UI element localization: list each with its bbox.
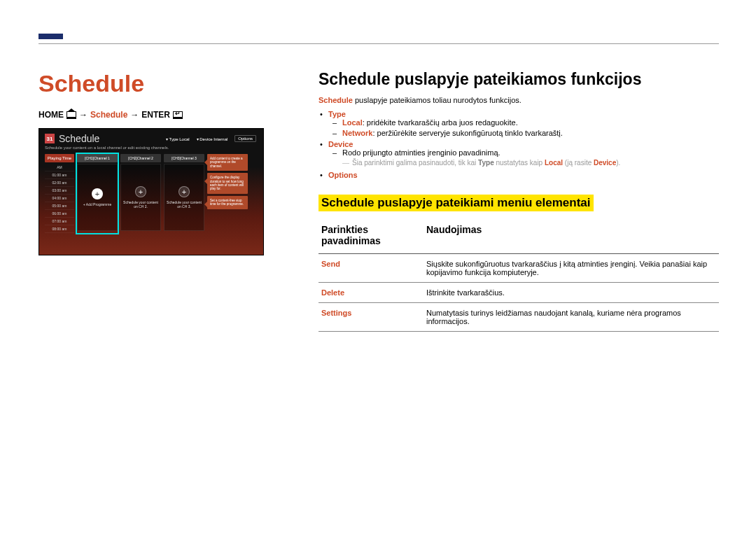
time-row: 03:00 am [45,187,74,195]
local-desc: : pridėkite tvarkaraščių arba juos redag… [363,118,518,127]
type-dropdown[interactable]: ▾ Type Local [166,136,190,141]
channel-card: + + Add Programme [77,164,118,231]
schedule-app-screenshot: 31 Schedule ▾ Type Local ▾ Device Intern… [38,128,264,255]
device-label: Device [328,140,353,148]
time-column: Playing Time AM 01:00 am 02:00 am 03:00 … [45,154,74,233]
network-desc: : peržiūrėkite serveryje sukonfigūruotą … [372,129,562,137]
time-row: AM [45,164,74,171]
channel-label: + Add Programme [82,202,113,206]
device-note: Šia parinktimi galima pasinaudoti, tik k… [328,159,719,167]
options-table: Parinkties pavadinimas Naudojimas Send S… [318,220,719,332]
network-key: Network [342,129,372,137]
options-button[interactable]: Options [234,135,256,142]
list-item: Network: peržiūrėkite serveryje sukonfig… [342,129,719,137]
app-title: Schedule [59,133,99,144]
plus-icon[interactable]: + [135,186,146,197]
channel-label: Schedule your content on CH 2. [121,200,160,209]
intro-text: Schedule puslapyje pateikiamos toliau nu… [318,96,719,104]
table-row: Send Siųskite sukonfigūruotus tvarkarašč… [318,254,719,283]
channel-1[interactable]: [CH1]Channel 1 + + Add Programme [77,154,118,233]
list-item-options: Options [328,171,719,179]
time-row: 06:00 am [45,210,74,218]
hint-bubble: Add content to create a programme on the… [207,154,248,171]
app-subtitle: Schedule your content on a local channel… [45,146,258,150]
channel-head: [CH3]Channel 3 [164,154,204,162]
time-row: 08:00 am [45,225,74,233]
time-row: 04:00 am [45,195,74,202]
local-key: Local [342,118,363,127]
option-name: Delete [318,283,424,303]
option-desc: Numatytasis turinys leidžiamas naudojant… [424,303,719,332]
hint-bubble: Configure the display duration to set ho… [207,173,248,194]
option-desc: Siųskite sukonfigūruotus tvarkaraščius į… [424,254,719,283]
type-label: Type [328,110,346,118]
time-head: Playing Time [45,154,74,162]
option-name: Send [318,254,424,283]
page-title: Schedule [38,70,280,97]
channel-2[interactable]: [CH2]Channel 2 + Schedule your content o… [120,154,161,233]
header-rule [38,43,719,44]
breadcrumb-arrow-2: → [130,110,139,120]
options-label: Options [328,171,358,179]
device-dropdown[interactable]: ▾ Device Internal [197,136,228,141]
plus-icon[interactable]: + [92,188,103,199]
right-column: Schedule puslapyje pateikiamos funkcijos… [318,70,719,332]
list-item-type: Type Local: pridėkite tvarkaraščių arba … [328,110,719,137]
time-row: 05:00 am [45,202,74,210]
table-header-name: Parinkties pavadinimas [318,220,424,254]
channel-3[interactable]: [CH3]Channel 3 + Schedule your content o… [164,154,204,233]
channel-label: Schedule your content on CH 3. [164,200,204,209]
option-name: Settings [318,303,424,332]
left-column: Schedule HOME → Schedule → ENTER 31 Sche… [38,70,280,255]
app-top-controls: ▾ Type Local ▾ Device Internal Options [166,135,256,142]
time-row: 01:00 am [45,171,74,179]
channel-head: [CH2]Channel 2 [120,154,161,162]
intro-rest: puslapyje pateikiamos toliau nurodytos f… [353,96,522,104]
device-sublist: Rodo prijungto atminties įrenginio pavad… [328,148,719,157]
time-row: 02:00 am [45,179,74,187]
breadcrumb-enter: ENTER [141,110,170,120]
hint-bubble: Set a content-free stop time for the pro… [207,196,248,209]
time-row: 07:00 am [45,218,74,225]
section-heading-functions: Schedule puslapyje pateikiamos funkcijos [318,70,719,89]
list-item: Rodo prijungto atminties įrenginio pavad… [342,148,719,157]
channel-card: + Schedule your content on CH 2. [120,164,161,231]
function-list: Type Local: pridėkite tvarkaraščių arba … [318,110,719,179]
breadcrumb-arrow-1: → [79,110,88,120]
breadcrumb: HOME → Schedule → ENTER [38,110,280,120]
plus-icon[interactable]: + [178,186,190,197]
section-heading-menu: Schedule puslapyje pateikiami meniu elem… [318,195,594,211]
channel-head: [CH1]Channel 1 [77,154,118,162]
channel-card: + Schedule your content on CH 3. [164,164,204,231]
list-item: Local: pridėkite tvarkaraščių arba juos … [342,118,719,127]
intro-schedule-word: Schedule [318,96,353,104]
table-row: Settings Numatytasis turinys leidžiamas … [318,303,719,332]
calendar-icon: 31 [45,134,55,143]
enter-icon [173,111,183,119]
option-desc: Ištrinkite tvarkaraščius. [424,283,719,303]
list-item-device: Device Rodo prijungto atminties įrengini… [328,140,719,167]
type-sublist: Local: pridėkite tvarkaraščių arba juos … [328,118,719,137]
breadcrumb-home: HOME [38,110,64,120]
table-row: Delete Ištrinkite tvarkaraščius. [318,283,719,303]
home-icon [66,111,76,119]
app-body: Playing Time AM 01:00 am 02:00 am 03:00 … [45,154,258,233]
hint-column: Add content to create a programme on the… [207,154,248,233]
accent-bar [38,34,63,39]
breadcrumb-schedule: Schedule [90,110,127,120]
table-header-usage: Naudojimas [424,220,719,254]
